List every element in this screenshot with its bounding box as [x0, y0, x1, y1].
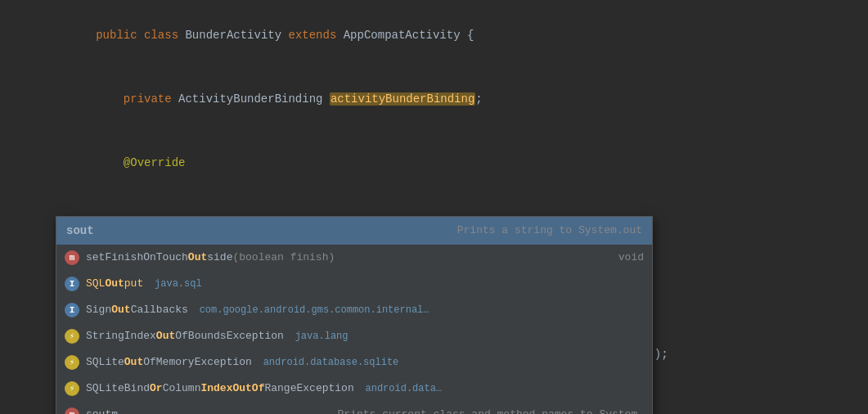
exception-icon-2: ⚡: [65, 355, 79, 370]
item-name-5: SQLiteOutOfMemoryException android.datab…: [86, 352, 398, 373]
item-name-7: soutm: [86, 404, 118, 414]
item-name-4: StringIndexOutOfBoundsException java.lan…: [86, 326, 348, 347]
code-line-3: @Override: [0, 131, 868, 195]
autocomplete-item-4[interactable]: ⚡ StringIndexOutOfBoundsException java.l…: [56, 323, 652, 349]
autocomplete-item-3[interactable]: I SignOutCallbacks com.google.android.gm…: [56, 297, 652, 323]
item-name-6: SQLiteBindOrColumnIndexOutOfRangeExcepti…: [86, 378, 442, 399]
autocomplete-query: sout: [66, 220, 94, 241]
code-line-2: private ActivityBunderBinding activityBu…: [0, 67, 868, 131]
exception-icon-1: ⚡: [65, 329, 79, 344]
method-icon-2: m: [65, 407, 79, 414]
interface-icon-2: I: [65, 303, 79, 317]
item-name-3: SignOutCallbacks com.google.android.gms.…: [86, 299, 430, 321]
item-meta-1: void: [618, 247, 644, 268]
code-lines: public class BunderActivity extends AppC…: [0, 0, 868, 414]
item-meta-7: Prints current class and method names to…: [338, 404, 644, 414]
method-icon: m: [65, 250, 79, 265]
code-line-1: public class BunderActivity extends AppC…: [0, 3, 868, 67]
interface-icon-1: I: [65, 277, 79, 291]
autocomplete-header: sout Prints a string to System.out: [56, 217, 652, 245]
autocomplete-item-5[interactable]: ⚡ SQLiteOutOfMemoryException android.dat…: [56, 349, 652, 376]
autocomplete-hint: Prints a string to System.out: [457, 220, 642, 241]
autocomplete-item-2[interactable]: I SQLOutput java.sql: [56, 271, 652, 297]
code-editor: public class BunderActivity extends AppC…: [0, 0, 868, 414]
item-name-2: SQLOutput java.sql: [86, 273, 202, 295]
autocomplete-dropdown: sout Prints a string to System.out m set…: [56, 216, 653, 414]
item-name-1: setFinishOnTouchOutside(boolean finish): [86, 247, 335, 268]
autocomplete-item-1[interactable]: m setFinishOnTouchOutside(boolean finish…: [56, 245, 652, 271]
exception-icon-3: ⚡: [65, 381, 79, 396]
autocomplete-item-6[interactable]: ⚡ SQLiteBindOrColumnIndexOutOfRangeExcep…: [56, 376, 652, 402]
autocomplete-item-7[interactable]: m soutm Prints current class and method …: [56, 402, 652, 414]
